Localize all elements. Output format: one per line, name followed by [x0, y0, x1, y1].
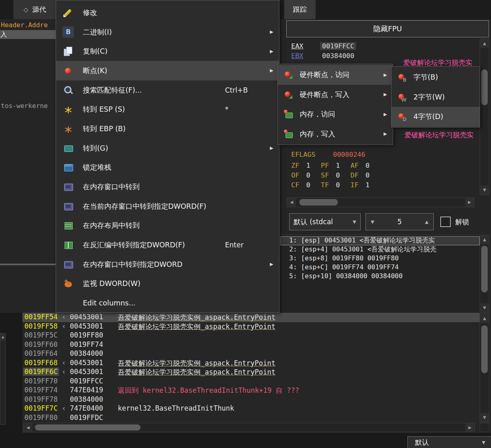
tab-trace[interactable]: 跟踪 — [284, 0, 316, 19]
menu-item-label: 2字节(W) — [413, 92, 476, 102]
stack-row[interactable]: 0019FF68‹00453001吾爱破解论坛学习脱壳实例_aspack.Ent… — [22, 359, 480, 368]
menu-item-goto-esp[interactable]: 转到 ESP (S)* — [56, 100, 279, 119]
stack-pointer-mark-icon: ‹ — [62, 359, 66, 367]
menu-item-byte[interactable]: 字节(B) — [392, 67, 480, 87]
disasm-selected-row-fragment[interactable]: 入 — [0, 30, 56, 39]
stack-row[interactable]: 0019FF700019FFCC — [22, 377, 480, 386]
menu-item-copy[interactable]: 复制(C)▶ — [56, 41, 279, 61]
scroll-down-icon[interactable]: ▼ — [480, 413, 489, 422]
stack-value: 747E0400 — [70, 404, 103, 412]
stack-address: 0019FF70 — [24, 377, 58, 385]
scroll-up-icon[interactable]: ▲ — [480, 314, 489, 323]
register-name[interactable]: EBX — [291, 52, 303, 60]
menu-item-follow-in-memory-map[interactable]: 在内存布局中转到 — [56, 216, 279, 236]
register-name[interactable]: EAX — [291, 42, 303, 50]
scrollbar-thumb[interactable] — [481, 246, 488, 292]
menu-item-breakpoint[interactable]: 断点(K)▶ — [56, 61, 279, 80]
menu-item-edit-columns[interactable]: Edit columns... — [56, 293, 279, 313]
argument-count-spinner[interactable]: ▼ 5 ▲ — [366, 213, 434, 230]
flag-name: SF — [321, 171, 336, 180]
left-mini-scrollbar[interactable]: ▲ — [0, 333, 6, 425]
menu-item-dword[interactable]: 4字节(D) — [392, 107, 480, 127]
stack-row[interactable]: 0019FF58‹00453001吾爱破解论坛学习脱壳实例_aspack.Ent… — [22, 322, 480, 331]
arguments-vscrollbar[interactable]: ▲ ▼ — [480, 235, 489, 313]
scroll-left-icon[interactable]: ◀ — [287, 198, 296, 207]
argument-row[interactable]: 2: [esp+4] 00453001 <吾爱破解论坛学习脱壳 — [280, 245, 480, 254]
menu-item-mem-access[interactable]: 内存，访问▶ — [278, 104, 393, 124]
stack-row[interactable]: 0019FF800019FFDC — [22, 413, 480, 423]
register-value[interactable]: 0019FFCC — [320, 42, 356, 50]
stack-hscrollbar[interactable]: ◀ ▶ — [23, 423, 475, 432]
menu-item-follow-dword-dump[interactable]: 在内存窗口中转到指定DWORD▶ — [56, 255, 279, 274]
spinner-down-icon[interactable]: ▼ — [371, 219, 374, 225]
menu-item-follow-dword-disasm[interactable]: 在反汇编中转到指定DWORD(F)Enter — [56, 235, 279, 255]
stack-row[interactable]: 0019FF7C‹747E0400kernel32.BaseThreadInit… — [22, 404, 480, 413]
menu-item-find-pattern[interactable]: 搜索匹配特征(F)...Ctrl+B — [56, 80, 279, 100]
bp-icon — [63, 65, 74, 76]
menu-item-lock-stack[interactable]: 锁定堆栈 — [56, 158, 279, 177]
menu-item-modify[interactable]: 修改 — [56, 3, 279, 22]
stack-row[interactable]: 0019FF7800384000 — [22, 395, 480, 405]
registers-hscrollbar[interactable]: ◀ ▶ — [287, 197, 474, 207]
stack-row[interactable]: 0019FF6C‹00453001吾爱破解论坛学习脱壳实例_aspack.Ent… — [22, 368, 480, 377]
scrollbar-thumb[interactable] — [481, 69, 488, 105]
registers-vscrollbar[interactable]: ▲ ▼ — [480, 39, 489, 195]
menu-shortcut: * — [225, 105, 229, 113]
eflags-row: EFLAGS00000246 — [291, 150, 365, 160]
disasm-label-fragment: Header.Addre — [1, 21, 48, 29]
scrollbar-thumb[interactable] — [299, 199, 338, 206]
breakpoint-submenu: 硬件断点，访问▶硬件断点，写入▶内存，访问▶内存，写入▶ — [277, 64, 393, 145]
scroll-left-icon[interactable]: ◀ — [24, 423, 32, 432]
menu-item-mem-write[interactable]: 内存，写入▶ — [278, 124, 393, 144]
spinner-up-icon[interactable]: ▲ — [425, 219, 428, 225]
stack-row[interactable]: 0019FF6400384000 — [22, 349, 480, 359]
pane-divider — [0, 264, 56, 265]
register-value[interactable]: 00384000 — [320, 52, 356, 60]
scrollbar-thumb[interactable] — [35, 424, 141, 431]
menu-item-goto[interactable]: 转到(G)▶ — [56, 139, 279, 158]
menu-item-label: 在当前内存窗口中转到指定DWORD(F) — [83, 201, 275, 211]
argument-row[interactable]: 5: [esp+10] 00384000 00384000 — [280, 272, 480, 281]
scroll-down-icon[interactable]: ▼ — [480, 303, 489, 312]
scroll-down-icon[interactable]: ▼ — [480, 186, 489, 195]
argument-row[interactable]: 4: [esp+C] 0019FF74 0019FF74 — [280, 263, 480, 272]
menu-item-follow-dword-current-dump[interactable]: 在当前内存窗口中转到指定DWORD(F) — [56, 197, 279, 216]
scrollbar-thumb[interactable] — [481, 325, 488, 373]
eflags-value[interactable]: 00000246 — [333, 151, 365, 158]
flag-name: AF — [350, 161, 366, 171]
stack-row[interactable]: 0019FF54‹00453001吾爱破解论坛学习脱壳实例_aspack.Ent… — [22, 313, 480, 322]
argument-count-value: 5 — [374, 218, 425, 226]
stack-pane: 0019FF54‹00453001吾爱破解论坛学习脱壳实例_aspack.Ent… — [22, 313, 480, 422]
bp-size-icon — [397, 92, 407, 102]
flag-name: PF — [321, 161, 336, 171]
calling-convention-dropdown[interactable]: 默认 (stdcal ▼ — [289, 213, 361, 230]
stack-row[interactable]: 0019FF5C0019FF80 — [22, 331, 480, 340]
stack-pointer-mark-icon: ‹ — [62, 404, 66, 412]
stack-comment: 吾爱破解论坛学习脱壳实例_aspack.EntryPoint — [118, 368, 275, 377]
menu-item-binary[interactable]: 二进制(I)▶ — [56, 22, 279, 42]
stack-row[interactable]: 0019FF74747E0419返回到 kernel32.BaseThreadI… — [22, 386, 480, 395]
scroll-up-icon[interactable]: ▲ — [480, 235, 489, 244]
scroll-up-icon[interactable]: ▲ — [0, 333, 5, 341]
hide-fpu-button[interactable]: 隐藏FPU — [286, 20, 489, 37]
dump-default-dropdown[interactable]: 默认 ▼ — [407, 436, 491, 448]
scroll-right-icon[interactable]: ▶ — [465, 198, 474, 207]
menu-item-follow-in-memory[interactable]: 在内存窗口中转到 — [56, 177, 279, 197]
flag-name: OF — [291, 171, 306, 180]
unlock-checkbox[interactable] — [440, 216, 451, 227]
scroll-right-icon[interactable]: ▶ — [465, 423, 474, 432]
chip-icon — [63, 143, 74, 154]
menu-item-goto-ebp[interactable]: 转到 EBP (B) — [56, 119, 279, 139]
menu-item-watch-dword[interactable]: 监视 DWORD(W) — [56, 274, 279, 294]
stack-row[interactable]: 0019FF600019FF74 — [22, 340, 480, 350]
stack-address: 0019FF68 — [24, 359, 58, 367]
argument-row[interactable]: 3: [esp+8] 0019FF80 0019FF80 — [280, 254, 480, 263]
tab-source[interactable]: ◇ 源代 — [13, 0, 56, 19]
argument-row[interactable]: 1: [esp] 00453001 <吾爱破解论坛学习脱壳实 — [280, 236, 480, 245]
menu-item-hw-access[interactable]: 硬件断点，访问▶ — [278, 65, 393, 85]
menu-item-hw-write[interactable]: 硬件断点，写入▶ — [278, 85, 393, 105]
menu-item-word[interactable]: 2字节(W) — [392, 87, 480, 107]
stack-vscrollbar[interactable]: ▲ ▼ — [480, 314, 489, 422]
scroll-up-icon[interactable]: ▲ — [480, 39, 489, 48]
submenu-arrow-icon: ▶ — [270, 49, 273, 54]
